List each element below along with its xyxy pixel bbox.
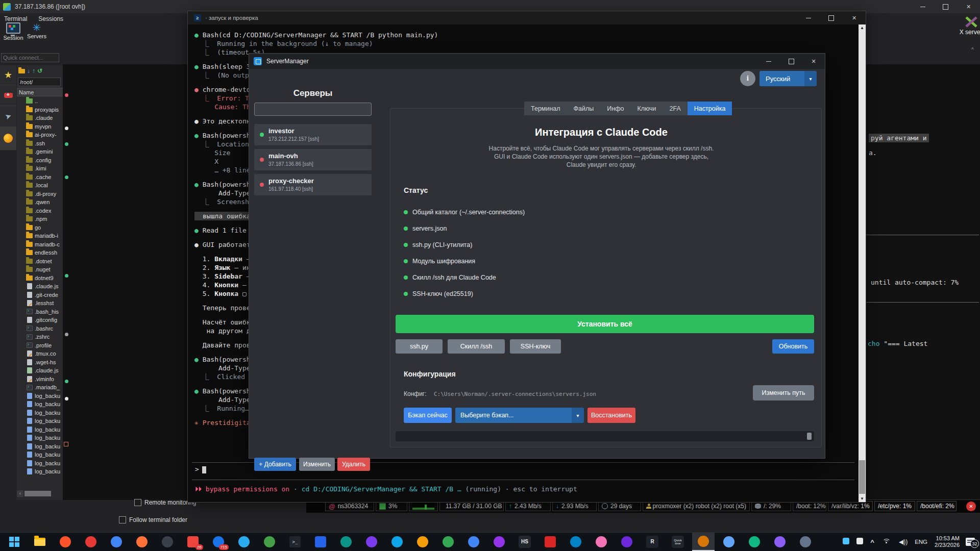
- file-row[interactable]: log_backu: [17, 392, 63, 400]
- file-row[interactable]: .lesshst: [17, 299, 63, 308]
- follow-terminal-folder-checkbox[interactable]: [119, 516, 126, 523]
- file-row[interactable]: .wget-hs: [17, 358, 63, 367]
- taskbar-app-gray-icon[interactable]: [794, 533, 817, 551]
- install-all-button[interactable]: Установить всё: [396, 315, 814, 333]
- file-row[interactable]: go: [17, 223, 63, 232]
- tray-clock[interactable]: 10:53 AM 2/23/2026: [935, 535, 960, 548]
- file-row[interactable]: .git-crede: [17, 291, 63, 299]
- file-row[interactable]: .claude: [17, 114, 63, 122]
- sm-maximize-button[interactable]: [780, 54, 802, 69]
- refresh-button[interactable]: Обновить: [772, 339, 814, 354]
- file-row[interactable]: .di-proxy: [17, 190, 63, 198]
- sm-close-button[interactable]: ✕: [802, 54, 825, 69]
- file-row[interactable]: dotnet9: [17, 274, 63, 283]
- file-row[interactable]: .local: [17, 181, 63, 190]
- file-row[interactable]: .viminfo: [17, 375, 63, 384]
- change-path-button[interactable]: Изменить путь: [753, 385, 814, 400]
- tray-app-1-icon[interactable]: [843, 538, 849, 544]
- sftp-browser-tab[interactable]: [0, 127, 16, 150]
- tab-ключи[interactable]: Ключи: [630, 102, 663, 115]
- tab-файлы[interactable]: Файлы: [567, 102, 601, 115]
- taskbar-heidisql-icon[interactable]: HS: [513, 533, 536, 551]
- file-row[interactable]: .claude.js: [17, 366, 63, 375]
- taskbar-anydesk-icon[interactable]: 26: [182, 533, 204, 551]
- file-row[interactable]: log_backu: [17, 417, 63, 425]
- file-row[interactable]: .bashrc: [17, 324, 63, 333]
- file-list-hscrollbar[interactable]: ‹: [17, 490, 63, 497]
- taskbar-file-explorer-icon[interactable]: [29, 533, 51, 551]
- scroll-up-icon[interactable]: ▲: [859, 26, 866, 30]
- file-row[interactable]: .claude.js: [17, 282, 63, 291]
- file-row[interactable]: .cache: [17, 173, 63, 182]
- refresh-icon[interactable]: ↺: [37, 67, 42, 74]
- file-row[interactable]: log_backu: [17, 434, 63, 442]
- keyboard-language[interactable]: ENG: [915, 539, 927, 545]
- taskbar-app-blue4-icon[interactable]: [718, 533, 740, 551]
- backup-select[interactable]: Выберите бэкап... ▾: [455, 408, 584, 423]
- taskbar-app-blue2-icon[interactable]: [462, 533, 485, 551]
- language-dropdown[interactable]: Русский ▾: [760, 71, 817, 86]
- download-icon[interactable]: ↓: [27, 67, 30, 74]
- install-3-button[interactable]: SSH-ключ: [510, 339, 561, 354]
- taskbar-app-green-icon[interactable]: [258, 533, 281, 551]
- favorites-tab[interactable]: ★: [0, 65, 16, 85]
- file-row[interactable]: log_backu: [17, 425, 63, 434]
- install-1-button[interactable]: ssh.py: [396, 339, 443, 354]
- taskbar-paint-icon[interactable]: [692, 533, 715, 551]
- taskbar-telegram-icon[interactable]: [233, 533, 255, 551]
- tab-терминал[interactable]: Терминал: [524, 102, 567, 115]
- taskbar-rider-icon[interactable]: R: [641, 533, 664, 551]
- close-button[interactable]: ✕: [957, 0, 980, 13]
- taskbar-tor-icon[interactable]: [156, 533, 179, 551]
- file-row[interactable]: mariadb-c: [17, 240, 63, 249]
- tray-chevron-icon[interactable]: ^: [870, 538, 874, 546]
- x-server-label[interactable]: X server: [952, 29, 980, 36]
- terminal-minimize-button[interactable]: [797, 11, 820, 24]
- taskbar-app-blue3-icon[interactable]: [565, 533, 587, 551]
- file-row[interactable]: .gemini: [17, 147, 63, 156]
- moba-scroll-up-icon[interactable]: ^: [971, 47, 974, 53]
- file-row[interactable]: log_backu: [17, 450, 63, 459]
- server-search-input[interactable]: [254, 103, 372, 116]
- menu-sessions[interactable]: Sessions: [38, 15, 63, 22]
- quick-connect-input[interactable]: [1, 53, 59, 62]
- scroll-down-icon[interactable]: ▼: [859, 496, 866, 501]
- add-server-button[interactable]: + Добавить: [254, 458, 296, 471]
- maximize-button[interactable]: [934, 0, 957, 13]
- log-strip-thumb[interactable]: [807, 433, 812, 440]
- follow-terminal-folder-row[interactable]: Follow terminal folder: [119, 516, 187, 523]
- file-row[interactable]: endlessh: [17, 248, 63, 257]
- file-row[interactable]: log_backu: [17, 459, 63, 468]
- terminal-tab-title[interactable]: · запуск и проверка: [205, 15, 258, 21]
- edit-server-button[interactable]: Изменить: [299, 458, 335, 471]
- taskbar-app-red2-icon[interactable]: [539, 533, 561, 551]
- taskbar-app-violet-icon[interactable]: [488, 533, 510, 551]
- minimize-button[interactable]: [911, 0, 934, 13]
- info-button[interactable]: i: [740, 71, 755, 86]
- terminal-scrollbar[interactable]: ▲ ▼: [859, 24, 866, 502]
- file-row[interactable]: myvpn: [17, 122, 63, 131]
- file-row[interactable]: .dotnet: [17, 257, 63, 266]
- file-row[interactable]: log_backu: [17, 400, 63, 409]
- file-row[interactable]: .zshrc: [17, 333, 63, 341]
- menu-terminal[interactable]: Terminal: [4, 15, 27, 22]
- taskbar-start-icon[interactable]: [3, 533, 26, 551]
- taskbar-app-pink-icon[interactable]: [590, 533, 612, 551]
- file-row[interactable]: log_backu: [17, 409, 63, 417]
- path-input[interactable]: [18, 78, 61, 86]
- notification-center-icon[interactable]: 32: [966, 538, 975, 546]
- file-row[interactable]: log_backu: [17, 442, 63, 451]
- hscroll-thumb[interactable]: [24, 491, 51, 496]
- taskbar-firefox-icon[interactable]: [131, 533, 153, 551]
- backup-now-button[interactable]: Бэкап сейчас: [404, 408, 452, 423]
- terminal-close-button[interactable]: ✕: [843, 11, 866, 24]
- tray-app-2-icon[interactable]: [856, 538, 863, 544]
- taskbar-app-amber-icon[interactable]: [411, 533, 434, 551]
- delete-server-button[interactable]: Удалить: [337, 458, 370, 471]
- terminal-maximize-button[interactable]: [820, 11, 843, 24]
- file-row[interactable]: ai-proxy-: [17, 131, 63, 139]
- file-row[interactable]: .nuget: [17, 265, 63, 274]
- file-row[interactable]: mariadb-i: [17, 232, 63, 240]
- file-row[interactable]: .gitconfig: [17, 316, 63, 324]
- file-row[interactable]: .bash_his: [17, 308, 63, 316]
